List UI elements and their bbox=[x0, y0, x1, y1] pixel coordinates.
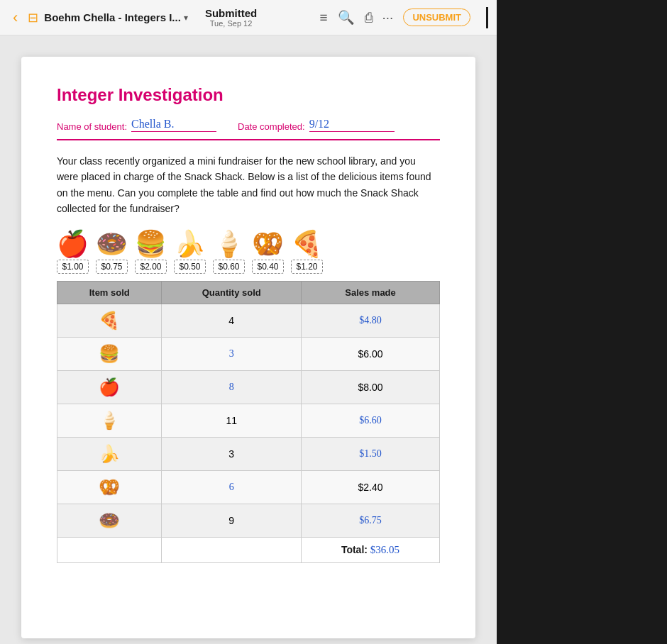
date-field-group: Date completed: 9/12 bbox=[238, 118, 395, 132]
list-icon[interactable]: ≡ bbox=[319, 10, 327, 26]
total-blank-2 bbox=[162, 537, 302, 562]
submitted-area: Submitted Tue, Sep 12 bbox=[205, 7, 257, 28]
name-field-group: Name of student: Chella B. bbox=[57, 118, 216, 132]
divider bbox=[486, 7, 488, 28]
total-label: Total: bbox=[341, 544, 368, 555]
table-cell-quantity: 3 bbox=[162, 337, 302, 370]
submitted-date: Tue, Sep 12 bbox=[210, 19, 253, 28]
top-bar: ‹ ⊟ Boehm Chella - Integers I... ▾ Submi… bbox=[0, 0, 497, 35]
food-item: 🥨 $0.40 bbox=[252, 231, 284, 274]
table-row: 🍎8$8.00 bbox=[57, 370, 440, 404]
price-box: $0.60 bbox=[213, 260, 244, 274]
search-icon[interactable]: 🔍 bbox=[338, 9, 355, 26]
unsubmit-button[interactable]: UNSUBMIT bbox=[403, 9, 470, 26]
top-bar-left: ‹ ⊟ Boehm Chella - Integers I... ▾ Submi… bbox=[9, 7, 319, 28]
back-button[interactable]: ‹ bbox=[9, 7, 22, 28]
table-cell-quantity: 3 bbox=[162, 437, 302, 470]
price-box: $1.00 bbox=[57, 260, 88, 274]
table-row: 🥨6$2.40 bbox=[57, 470, 440, 504]
table-total-row: Total: $36.05 bbox=[57, 537, 440, 562]
table-cell-sales: $2.40 bbox=[302, 470, 440, 504]
food-emoji: 🍔 bbox=[135, 231, 167, 257]
name-date-row: Name of student: Chella B. Date complete… bbox=[57, 118, 440, 132]
total-blank-1 bbox=[57, 537, 162, 562]
table-cell-icon: 🍩 bbox=[57, 504, 162, 537]
table-cell-quantity: 6 bbox=[162, 470, 302, 504]
table-cell-icon: 🍦 bbox=[57, 404, 162, 437]
col-header-sales: Sales made bbox=[302, 281, 440, 304]
table-row: 🍩9$6.75 bbox=[57, 504, 440, 537]
date-label: Date completed: bbox=[238, 121, 305, 132]
table-row: 🍦11$6.60 bbox=[57, 404, 440, 437]
table-cell-sales: $4.80 bbox=[302, 304, 440, 337]
table-row: 🍔3$6.00 bbox=[57, 337, 440, 370]
table-header-row: Item sold Quantity sold Sales made bbox=[57, 281, 440, 304]
table-cell-sales: $1.50 bbox=[302, 437, 440, 470]
layout-icon: ⊟ bbox=[28, 10, 38, 26]
main-layout: Integer Investigation Name of student: C… bbox=[0, 35, 667, 644]
doc-area: Integer Investigation Name of student: C… bbox=[0, 35, 497, 644]
table-cell-sales: $6.60 bbox=[302, 404, 440, 437]
col-header-quantity: Quantity sold bbox=[162, 281, 302, 304]
table-cell-icon: 🍎 bbox=[57, 370, 162, 404]
food-emoji: 🍕 bbox=[291, 231, 323, 257]
food-emoji: 🍎 bbox=[57, 231, 89, 257]
price-box: $0.75 bbox=[96, 260, 127, 274]
table-cell-sales: $6.00 bbox=[302, 337, 440, 370]
table-cell-icon: 🍔 bbox=[57, 337, 162, 370]
section-divider bbox=[57, 139, 440, 140]
food-emoji: 🥨 bbox=[252, 231, 284, 257]
chevron-down-icon[interactable]: ▾ bbox=[184, 13, 188, 23]
food-item: 🍎 $1.00 bbox=[57, 231, 89, 274]
data-table: Item sold Quantity sold Sales made 🍕4$4.… bbox=[57, 281, 440, 563]
food-item: 🍕 $1.20 bbox=[291, 231, 323, 274]
name-label: Name of student: bbox=[57, 121, 127, 132]
table-cell-icon: 🥨 bbox=[57, 470, 162, 504]
page-title: Integer Investigation bbox=[57, 85, 440, 105]
table-cell-quantity: 11 bbox=[162, 404, 302, 437]
top-bar-right: ≡ 🔍 ⎙ ··· UNSUBMIT bbox=[319, 7, 488, 28]
table-cell-quantity: 9 bbox=[162, 504, 302, 537]
date-value: 9/12 bbox=[309, 118, 395, 132]
price-box: $1.20 bbox=[291, 260, 322, 274]
total-value: $36.05 bbox=[370, 544, 399, 555]
price-box: $0.40 bbox=[252, 260, 283, 274]
table-row: 🍕4$4.80 bbox=[57, 304, 440, 337]
name-value: Chella B. bbox=[131, 118, 216, 132]
right-panel bbox=[497, 35, 667, 644]
doc-title: Boehm Chella - Integers I... bbox=[44, 11, 181, 23]
price-box: $0.50 bbox=[174, 260, 205, 274]
more-icon[interactable]: ··· bbox=[382, 10, 394, 26]
doc-page: Integer Investigation Name of student: C… bbox=[21, 57, 475, 638]
table-cell-quantity: 8 bbox=[162, 370, 302, 404]
food-item: 🍩 $0.75 bbox=[96, 231, 128, 274]
table-cell-sales: $8.00 bbox=[302, 370, 440, 404]
total-cell: Total: $36.05 bbox=[302, 537, 440, 562]
print-icon[interactable]: ⎙ bbox=[365, 10, 373, 26]
table-cell-icon: 🍌 bbox=[57, 437, 162, 470]
doc-title-area: Boehm Chella - Integers I... ▾ bbox=[44, 11, 188, 23]
food-items-row: 🍎 $1.00 🍩 $0.75 🍔 $2.00 🍌 $0.50 🍦 $0.60 … bbox=[57, 231, 440, 274]
table-cell-icon: 🍕 bbox=[57, 304, 162, 337]
food-item: 🍦 $0.60 bbox=[213, 231, 245, 274]
col-header-item: Item sold bbox=[57, 281, 162, 304]
food-item: 🍔 $2.00 bbox=[135, 231, 167, 274]
table-body: 🍕4$4.80🍔3$6.00🍎8$8.00🍦11$6.60🍌3$1.50🥨6$2… bbox=[57, 304, 440, 562]
submitted-label: Submitted bbox=[205, 7, 257, 19]
food-emoji: 🍌 bbox=[174, 231, 206, 257]
food-emoji: 🍩 bbox=[96, 231, 128, 257]
price-box: $2.00 bbox=[135, 260, 166, 274]
table-cell-sales: $6.75 bbox=[302, 504, 440, 537]
layout-toggle-button[interactable]: ⊟ bbox=[28, 10, 38, 26]
table-cell-quantity: 4 bbox=[162, 304, 302, 337]
food-emoji: 🍦 bbox=[213, 231, 245, 257]
table-row: 🍌3$1.50 bbox=[57, 437, 440, 470]
food-item: 🍌 $0.50 bbox=[174, 231, 206, 274]
description-text: Your class recently organized a mini fun… bbox=[57, 153, 440, 217]
table-header: Item sold Quantity sold Sales made bbox=[57, 281, 440, 304]
